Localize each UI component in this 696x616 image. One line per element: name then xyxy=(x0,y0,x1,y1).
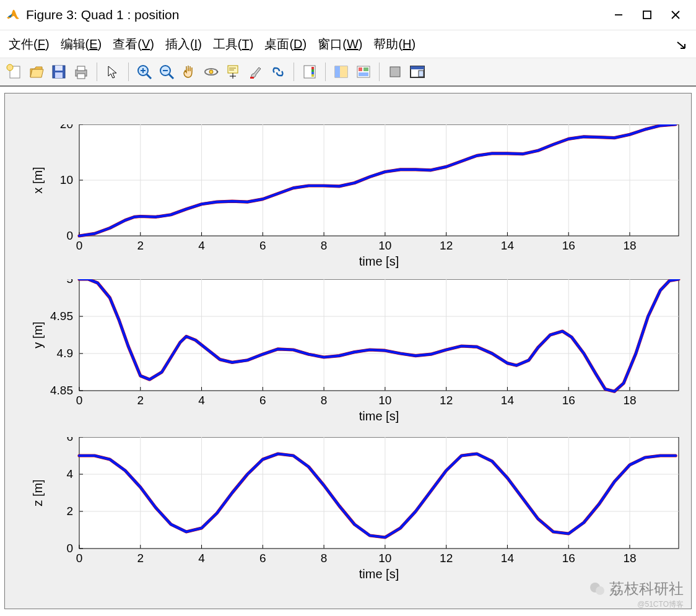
svg-text:0: 0 xyxy=(76,394,83,407)
svg-line-18 xyxy=(169,74,173,79)
print-icon[interactable] xyxy=(72,63,90,81)
title-bar: Figure 3: Quad 1 : position xyxy=(0,0,696,30)
svg-text:8: 8 xyxy=(321,552,328,565)
svg-rect-38 xyxy=(363,67,368,71)
menu-insert[interactable]: 插入(I) xyxy=(165,36,202,53)
svg-text:2: 2 xyxy=(137,394,144,407)
toolbar xyxy=(0,58,696,87)
axes-y[interactable]: 0246810121416184.854.94.955time [s]y [m] xyxy=(5,279,691,436)
svg-rect-83 xyxy=(79,279,679,391)
maximize-button[interactable] xyxy=(633,1,661,29)
svg-text:4.9: 4.9 xyxy=(57,347,73,360)
svg-text:12: 12 xyxy=(440,552,453,565)
svg-text:4: 4 xyxy=(66,467,73,480)
watermark: 荔枝科研社 xyxy=(589,579,684,599)
svg-rect-42 xyxy=(411,66,424,69)
svg-text:10: 10 xyxy=(378,239,391,252)
matlab-icon xyxy=(6,8,20,22)
menu-view[interactable]: 查看(V) xyxy=(113,36,154,53)
svg-text:18: 18 xyxy=(623,552,636,565)
svg-text:0: 0 xyxy=(66,542,73,555)
menu-file[interactable]: 文件(F) xyxy=(9,36,50,53)
svg-text:4: 4 xyxy=(198,394,205,407)
menu-window[interactable]: 窗口(W) xyxy=(318,36,362,53)
link-icon[interactable] xyxy=(269,63,287,81)
svg-rect-9 xyxy=(55,72,63,78)
svg-rect-34 xyxy=(335,66,340,77)
svg-text:14: 14 xyxy=(501,552,515,565)
zoom-in-icon[interactable] xyxy=(135,63,154,81)
svg-text:2: 2 xyxy=(66,505,73,518)
svg-line-14 xyxy=(147,74,151,79)
svg-text:0: 0 xyxy=(66,229,73,242)
axes-z[interactable]: 0246810121416180246time [s]z [m] xyxy=(5,437,691,594)
window-title: Figure 3: Quad 1 : position xyxy=(26,7,604,22)
svg-text:time [s]: time [s] xyxy=(359,567,399,581)
minimize-button[interactable] xyxy=(604,1,633,29)
svg-rect-12 xyxy=(77,74,85,79)
svg-text:10: 10 xyxy=(378,394,391,407)
svg-rect-30 xyxy=(311,69,314,72)
axes-x[interactable]: 02468101214161801020time [s]x [m] xyxy=(5,124,691,281)
hide-tools-icon[interactable] xyxy=(386,63,404,81)
svg-text:6: 6 xyxy=(66,437,73,443)
svg-rect-22 xyxy=(228,66,238,73)
new-figure-icon[interactable] xyxy=(5,63,24,81)
menu-help[interactable]: 帮助(H) xyxy=(373,36,415,53)
svg-text:16: 16 xyxy=(562,239,575,252)
svg-text:10: 10 xyxy=(60,173,73,186)
dock-icon[interactable] xyxy=(408,63,427,81)
menu-bar: 文件(F) 编辑(E) 查看(V) 插入(I) 工具(T) 桌面(D) 窗口(W… xyxy=(0,30,696,58)
svg-rect-32 xyxy=(311,74,314,77)
svg-rect-27 xyxy=(250,77,254,79)
svg-rect-8 xyxy=(55,66,63,71)
svg-text:6: 6 xyxy=(259,239,266,252)
svg-text:y [m]: y [m] xyxy=(31,321,45,348)
plot-tools-icon[interactable] xyxy=(354,63,373,81)
svg-text:0: 0 xyxy=(76,552,83,565)
brush-icon[interactable] xyxy=(246,63,265,81)
svg-text:10: 10 xyxy=(378,552,391,565)
svg-text:20: 20 xyxy=(60,124,73,131)
dock-arrow-icon[interactable] xyxy=(676,40,687,54)
svg-text:18: 18 xyxy=(623,239,636,252)
svg-text:12: 12 xyxy=(440,394,453,407)
close-button[interactable] xyxy=(661,1,690,29)
svg-text:x [m]: x [m] xyxy=(31,167,45,193)
svg-rect-37 xyxy=(359,67,362,71)
svg-text:5: 5 xyxy=(66,279,73,285)
legend-icon[interactable] xyxy=(332,63,350,81)
svg-text:4: 4 xyxy=(198,552,205,565)
pointer-icon[interactable] xyxy=(103,63,122,81)
svg-text:4: 4 xyxy=(198,239,205,252)
svg-point-21 xyxy=(209,70,213,74)
open-icon[interactable] xyxy=(27,63,46,81)
data-cursor-icon[interactable] xyxy=(224,63,243,81)
svg-point-6 xyxy=(7,64,13,71)
svg-text:14: 14 xyxy=(501,239,515,252)
zoom-out-icon[interactable] xyxy=(157,63,176,81)
rotate-3d-icon[interactable] xyxy=(202,63,220,81)
menu-desktop[interactable]: 桌面(D) xyxy=(264,36,307,53)
svg-text:16: 16 xyxy=(562,552,575,565)
figure-canvas[interactable]: 02468101214161801020time [s]x [m] 024681… xyxy=(4,93,692,609)
svg-text:z [m]: z [m] xyxy=(31,479,45,506)
svg-rect-35 xyxy=(340,66,347,77)
svg-text:2: 2 xyxy=(137,552,144,565)
svg-text:2: 2 xyxy=(137,239,144,252)
svg-text:8: 8 xyxy=(321,394,328,407)
svg-text:14: 14 xyxy=(501,394,515,407)
svg-rect-125 xyxy=(79,437,679,549)
svg-text:16: 16 xyxy=(562,394,575,407)
svg-text:12: 12 xyxy=(440,239,453,252)
colorbar-icon[interactable] xyxy=(300,63,319,81)
menu-tools[interactable]: 工具(T) xyxy=(213,36,254,53)
save-icon[interactable] xyxy=(50,63,68,81)
svg-text:6: 6 xyxy=(259,394,266,407)
svg-text:0: 0 xyxy=(76,239,83,252)
pan-icon[interactable] xyxy=(180,63,198,81)
menu-edit[interactable]: 编辑(E) xyxy=(61,36,102,53)
svg-rect-1 xyxy=(643,11,651,19)
svg-text:time [s]: time [s] xyxy=(359,409,399,423)
svg-text:4.85: 4.85 xyxy=(50,384,73,397)
